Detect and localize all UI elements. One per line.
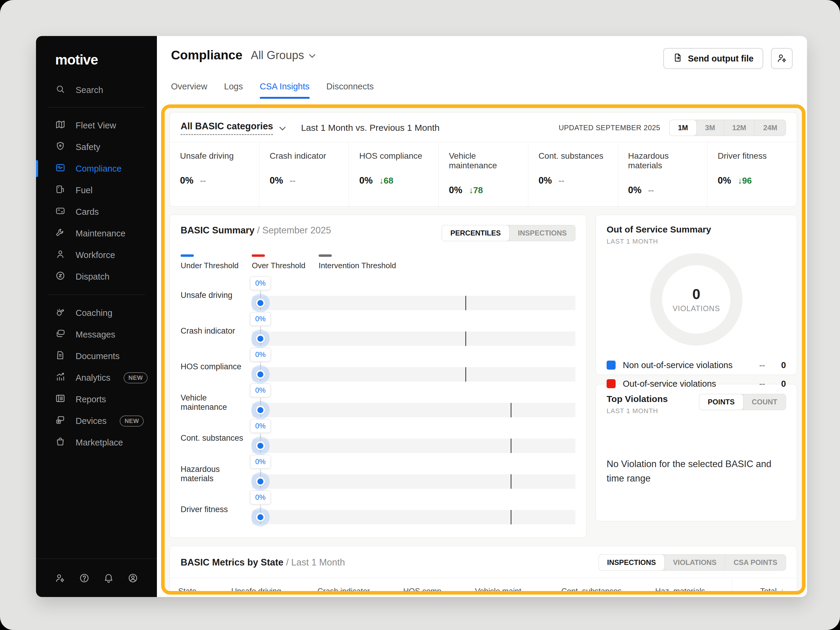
sidebar-item-analytics[interactable]: Analytics NEW [36, 367, 157, 388]
sidebar-item-devices[interactable]: Devices NEW [36, 410, 157, 432]
chevron-down-icon [309, 51, 315, 58]
stat-label: Cont. substances [538, 151, 608, 161]
stat-delta: ↓78 [469, 185, 483, 195]
stat-delta: -- [200, 176, 206, 186]
data-point-dot[interactable] [256, 334, 265, 343]
column-header-cont-substances[interactable]: Cont. substances [561, 578, 655, 595]
notifications-bell-icon[interactable] [103, 573, 114, 584]
tab-logs[interactable]: Logs [224, 82, 243, 99]
new-badge: NEW [123, 372, 148, 384]
range-12m[interactable]: 12M [723, 120, 755, 136]
sidebar-item-cards[interactable]: Cards [36, 201, 157, 223]
tab-csa-insights[interactable]: CSA Insights [260, 82, 309, 99]
admin-user-gear-icon[interactable] [55, 573, 65, 584]
stat-unsafe-driving: Unsafe driving 0%-- [170, 142, 259, 207]
desktop-background: motive Search Fleet View Safety Complian… [0, 0, 840, 630]
legend-intervention-threshold: Intervention Threshold [319, 254, 396, 270]
metrics-title: BASIC Metrics by State / Last 1 Month [181, 557, 345, 568]
toggle-count[interactable]: COUNT [743, 394, 786, 410]
sidebar-item-maintenance[interactable]: Maintenance [36, 223, 157, 244]
sidebar-item-fuel[interactable]: Fuel [36, 179, 157, 201]
stat-label: Unsafe driving [180, 151, 249, 161]
sidebar-item-coaching[interactable]: Coaching [36, 302, 157, 324]
intervention-threshold-tick [511, 439, 512, 453]
page-title: Compliance [171, 48, 242, 62]
legend-swatch-blue [181, 254, 194, 257]
toggle-violations[interactable]: VIOLATIONS [664, 555, 725, 570]
sidebar-item-dispatch[interactable]: Dispatch [36, 266, 157, 287]
legend-row-oos: Out-of-service violations -- 0 [606, 374, 786, 393]
metrics-title-text: BASIC Metrics by State [181, 557, 284, 568]
column-header-vehicle-maint[interactable]: Vehicle maint. [475, 578, 561, 595]
tab-disconnects[interactable]: Disconnects [327, 82, 374, 99]
column-header-haz-materials[interactable]: Haz. materials [655, 578, 732, 595]
toggle-inspections[interactable]: INSPECTIONS [509, 225, 575, 241]
sidebar-item-fleet-view[interactable]: Fleet View [36, 115, 157, 136]
chart-row-crash-indicator: Crash indicator 0% [181, 313, 575, 349]
stat-value: 0% [628, 185, 642, 196]
stat-delta: -- [648, 185, 654, 195]
data-point-dot[interactable] [256, 406, 265, 415]
group-selector-value: All Groups [251, 49, 304, 62]
sidebar-item-label: Reports [76, 395, 106, 404]
sidebar-item-label: Devices [76, 416, 106, 426]
stat-value: 0% [359, 175, 373, 186]
legend-count: 0 [765, 379, 786, 389]
toggle-percentiles[interactable]: PERCENTILES [442, 225, 509, 241]
basic-category-dropdown-value: All BASIC categories [181, 121, 273, 135]
legend-under-threshold: Under Threshold [181, 254, 238, 270]
sidebar-search[interactable]: Search [36, 68, 157, 107]
stat-hazardous-materials: Hazardous materials 0%-- [618, 142, 707, 207]
range-1m[interactable]: 1M [669, 120, 696, 136]
data-point-dot[interactable] [256, 441, 265, 450]
range-3m[interactable]: 3M [696, 120, 723, 136]
range-24m[interactable]: 24M [755, 120, 786, 136]
sidebar-item-reports[interactable]: Reports [36, 388, 157, 410]
analytics-icon [55, 372, 65, 384]
chart-row-label: Vehicle maintenance [181, 385, 252, 420]
column-header-total[interactable]: Total↓ [732, 578, 797, 595]
data-point-dot[interactable] [256, 370, 265, 379]
sidebar-item-safety[interactable]: Safety [36, 136, 157, 158]
violations-total: 0 [692, 286, 701, 302]
data-point-dot[interactable] [256, 513, 265, 522]
group-selector[interactable]: All Groups [251, 49, 314, 62]
column-header-unsafe-driving[interactable]: Unsafe driving [231, 578, 317, 595]
toggle-inspections[interactable]: INSPECTIONS [599, 555, 665, 570]
toggle-points[interactable]: POINTS [699, 394, 743, 410]
data-point-dot[interactable] [256, 477, 265, 486]
sidebar-item-compliance[interactable]: Compliance [36, 158, 157, 179]
sidebar-item-label: Compliance [76, 164, 122, 174]
basic-summary-period: / September 2025 [257, 225, 331, 235]
percentile-bar [252, 367, 575, 382]
send-output-file-button[interactable]: Send output file [663, 48, 763, 69]
help-icon[interactable] [79, 573, 90, 584]
shopping-bag-icon [55, 436, 65, 449]
sidebar-item-marketplace[interactable]: Marketplace [36, 432, 157, 453]
column-header-crash-indicator[interactable]: Crash indicator [317, 578, 403, 595]
sidebar-item-documents[interactable]: Documents [36, 345, 157, 367]
data-point-dot[interactable] [256, 298, 265, 308]
intervention-threshold-tick [511, 510, 512, 524]
sidebar-item-label: Fuel [76, 185, 92, 195]
legend-delta: -- [744, 360, 765, 370]
admin-settings-button[interactable] [771, 48, 793, 69]
file-export-icon [673, 53, 682, 65]
toggle-csa-points[interactable]: CSA POINTS [725, 555, 786, 570]
basic-category-dropdown[interactable]: All BASIC categories [181, 121, 284, 135]
profile-icon[interactable] [128, 573, 138, 584]
column-header-hos-comp[interactable]: HOS comp. [403, 578, 475, 595]
percentile-bar [252, 439, 575, 453]
legend-label: Non out-of-service violations [623, 360, 744, 370]
sidebar-item-messages[interactable]: Messages [36, 324, 157, 345]
no-violations-message: No Violation for the selected BASIC and … [606, 457, 781, 486]
tab-overview[interactable]: Overview [171, 82, 207, 99]
stat-label: Hazardous materials [628, 151, 697, 171]
stat-label: Vehicle maintenance [449, 151, 518, 171]
intervention-threshold-tick [511, 474, 512, 489]
legend-label: Over Threshold [252, 261, 305, 270]
intervention-threshold-tick [465, 296, 466, 310]
column-header-state[interactable]: State [170, 578, 231, 595]
sidebar-item-workforce[interactable]: Workforce [36, 244, 157, 266]
metrics-mode-toggle: INSPECTIONS VIOLATIONS CSA POINTS [598, 554, 786, 571]
